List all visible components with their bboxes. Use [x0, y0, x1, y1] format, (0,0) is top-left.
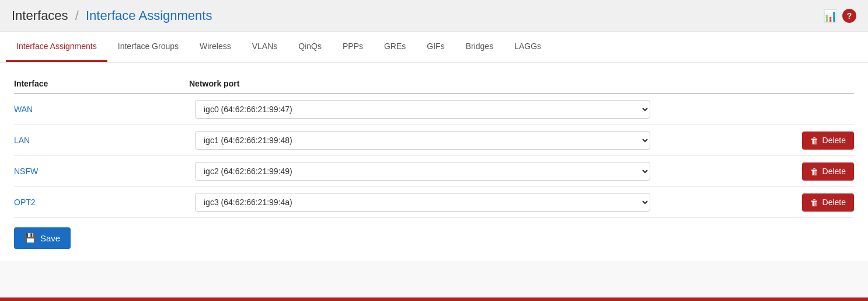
col-interface-label: Interface: [14, 79, 189, 88]
interface-link-nsfw[interactable]: NSFW: [14, 167, 189, 176]
footer-actions: 💾 Save: [14, 218, 854, 249]
tab-wireless[interactable]: Wireless: [189, 32, 242, 62]
port-select-opt2[interactable]: igc0 (64:62:66:21:99:47) igc1 (64:62:66:…: [195, 193, 650, 212]
trash-icon: 🗑: [810, 198, 819, 207]
delete-button-opt2[interactable]: 🗑 Delete: [802, 193, 854, 212]
breadcrumb-separator: /: [75, 8, 79, 23]
chart-icon[interactable]: 📊: [823, 9, 838, 23]
save-icon: 💾: [25, 233, 36, 244]
table-row: OPT2 igc0 (64:62:66:21:99:47) igc1 (64:6…: [14, 187, 854, 218]
save-button[interactable]: 💾 Save: [14, 227, 71, 249]
tab-vlans[interactable]: VLANs: [242, 32, 288, 62]
trash-icon: 🗑: [810, 167, 819, 177]
interface-link-lan[interactable]: LAN: [14, 136, 189, 145]
table-row: NSFW igc0 (64:62:66:21:99:47) igc1 (64:6…: [14, 156, 854, 187]
tab-bridges[interactable]: Bridges: [455, 32, 504, 62]
page-header: Interfaces / Interface Assignments 📊 ?: [0, 0, 868, 32]
tab-laggs[interactable]: LAGGs: [504, 32, 552, 62]
table-row: LAN igc0 (64:62:66:21:99:47) igc1 (64:62…: [14, 125, 854, 156]
tab-qinqs[interactable]: QinQs: [288, 32, 332, 62]
port-select-nsfw[interactable]: igc0 (64:62:66:21:99:47) igc1 (64:62:66:…: [195, 162, 650, 181]
table-header: Interface Network port: [14, 74, 854, 94]
main-content: Interface Network port WAN igc0 (64:62:6…: [0, 63, 868, 261]
col-network-port-label: Network port: [189, 79, 854, 88]
breadcrumb-root: Interfaces: [12, 8, 68, 23]
interface-link-wan[interactable]: WAN: [14, 105, 189, 114]
tab-gres[interactable]: GREs: [374, 32, 416, 62]
interface-link-opt2[interactable]: OPT2: [14, 198, 189, 207]
table-row: WAN igc0 (64:62:66:21:99:47) igc1 (64:62…: [14, 94, 854, 125]
tab-interface-assignments[interactable]: Interface Assignments: [6, 32, 107, 62]
tab-bar: Interface Assignments Interface Groups W…: [0, 32, 868, 63]
breadcrumb: Interfaces / Interface Assignments: [12, 8, 212, 23]
help-icon[interactable]: ?: [842, 9, 856, 23]
tab-interface-groups[interactable]: Interface Groups: [107, 32, 189, 62]
tab-ppps[interactable]: PPPs: [332, 32, 374, 62]
trash-icon: 🗑: [810, 136, 819, 146]
header-icons: 📊 ?: [823, 9, 856, 23]
delete-button-nsfw[interactable]: 🗑 Delete: [802, 162, 854, 181]
delete-button-lan[interactable]: 🗑 Delete: [802, 132, 854, 150]
tab-gifs[interactable]: GIFs: [416, 32, 455, 62]
port-select-wan[interactable]: igc0 (64:62:66:21:99:47) igc1 (64:62:66:…: [195, 100, 650, 119]
breadcrumb-current: Interface Assignments: [86, 8, 212, 23]
port-select-lan[interactable]: igc0 (64:62:66:21:99:47) igc1 (64:62:66:…: [195, 131, 650, 150]
